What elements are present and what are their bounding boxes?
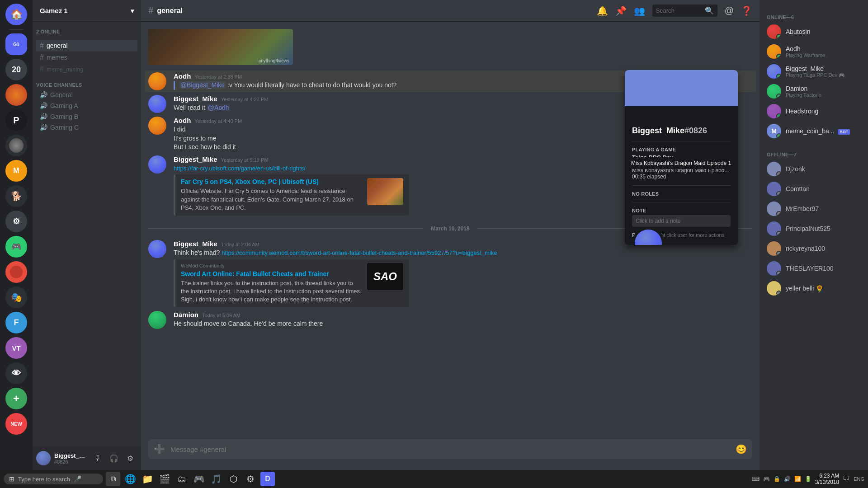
wemod-link[interactable]: https://community.wemod.com/t/sword-art-…: [222, 249, 497, 256]
member-item[interactable]: Headstrong: [763, 101, 864, 121]
tray-icon-1[interactable]: ⌨: [752, 476, 760, 482]
message-author[interactable]: Aodh: [174, 72, 191, 80]
message-content: Biggest_Mike Today at 2:04 AM Think he's…: [174, 240, 752, 307]
message-author[interactable]: Biggest_Mike: [174, 95, 217, 103]
search-input[interactable]: [656, 7, 701, 14]
channel-sidebar: Gamez 1 ▾ 2 ONLINE # general 👤+ # memes …: [33, 0, 141, 470]
member-info: Damion Playing Factorio: [786, 85, 821, 98]
member-item[interactable]: PrincipalNut525: [763, 219, 864, 239]
server-icon-7[interactable]: 🐕: [5, 185, 27, 207]
server-icon-9[interactable]: 🎮: [5, 236, 27, 258]
member-name: Aodh: [786, 45, 825, 52]
mention-biggest-mike[interactable]: @Biggest_Mike: [179, 81, 226, 89]
channel-name-meme-mining: meme_mining: [47, 66, 84, 73]
server-icon-10[interactable]: [5, 261, 27, 283]
pin-icon[interactable]: 📌: [615, 5, 627, 16]
volume-icon[interactable]: 🔊: [784, 476, 791, 482]
tray-icon-3[interactable]: 🔒: [774, 476, 780, 482]
member-item[interactable]: THESLAYER100: [763, 258, 864, 278]
server-icon-new[interactable]: NEW: [5, 413, 27, 435]
member-item[interactable]: Aodh Playing Warframe: [763, 42, 864, 61]
network-icon[interactable]: 📶: [794, 476, 801, 482]
member-item[interactable]: Abutosin: [763, 22, 864, 42]
notification-icon[interactable]: 🗨: [843, 475, 850, 483]
member-item[interactable]: Damion Playing Factorio: [763, 81, 864, 101]
hex-icon[interactable]: ⬡: [226, 472, 241, 486]
task-view-button[interactable]: ⧉: [106, 472, 120, 486]
member-item[interactable]: MrEmber97: [763, 199, 864, 219]
embed-title[interactable]: Far Cry 5 on PS4, Xbox One, PC | Ubisoft…: [181, 178, 362, 185]
message-author[interactable]: Aodh: [174, 117, 191, 124]
members-icon[interactable]: 👥: [634, 5, 645, 16]
message-author[interactable]: Biggest_Mike: [174, 240, 217, 248]
music-icon[interactable]: 🎵: [209, 472, 223, 486]
member-name: PrincipalNut525: [786, 225, 830, 232]
member-item[interactable]: M meme_coin_ba... BOT: [763, 121, 864, 141]
header-search[interactable]: 🔍: [652, 5, 717, 17]
server-icon-13[interactable]: VT: [5, 337, 27, 359]
server-icon-11[interactable]: 🎭: [5, 286, 27, 308]
settings-taskbar-icon[interactable]: ⚙: [243, 472, 258, 486]
server-icon-5[interactable]: [5, 135, 27, 156]
server-icon-8[interactable]: ⚙: [5, 211, 27, 232]
profile-note-input[interactable]: [632, 215, 731, 227]
help-icon[interactable]: ❓: [741, 5, 752, 16]
channel-item-voice-gaming-c[interactable]: 🔊 Gaming C: [36, 122, 137, 133]
avatar: [148, 72, 166, 90]
member-item[interactable]: rickyreyna100: [763, 239, 864, 258]
discord-taskbar-icon[interactable]: D: [260, 472, 275, 486]
files-icon[interactable]: 🗂: [175, 472, 189, 486]
profile-avatar[interactable]: [632, 227, 665, 245]
member-item[interactable]: Djzonk: [763, 159, 864, 179]
chrome-icon[interactable]: 🌐: [123, 472, 137, 486]
taskbar-left: ⊞ Type here to search 🎤 ⧉ 🌐 📁 🎬 🗂 🎮 🎵 ⬡ …: [4, 472, 275, 486]
channel-item-general[interactable]: # general 👤+: [36, 40, 137, 52]
vlc-icon[interactable]: 🎬: [157, 472, 172, 486]
battery-icon[interactable]: 🔋: [805, 476, 811, 482]
search-icon: 🔍: [705, 6, 714, 15]
server-icon-2[interactable]: 20: [5, 59, 27, 80]
deafen-button[interactable]: 🎧: [107, 451, 121, 465]
at-icon[interactable]: @: [725, 5, 734, 16]
embed-title[interactable]: Sword Art Online: Fatal Bullet Cheats an…: [181, 270, 362, 277]
channel-item-meme-mining[interactable]: # meme_mining: [36, 63, 137, 75]
taskbar-search-box[interactable]: ⊞ Type here to search 🎤: [4, 474, 103, 484]
server-icon-gamez1[interactable]: G1: [5, 33, 27, 55]
channel-item-voice-general[interactable]: 🔊 General: [36, 89, 137, 100]
embed-description: Official Website. Far Cry 5 comes to Ame…: [181, 187, 362, 212]
message-author[interactable]: Damion: [174, 311, 198, 319]
member-info: yeller belli 🌻: [786, 285, 823, 292]
member-status: Playing Taiga RPC Dev 🎮: [786, 72, 845, 78]
member-item[interactable]: yeller belli 🌻: [763, 278, 864, 298]
message-body: :v You would literally have to cheat to …: [227, 81, 396, 89]
server-header[interactable]: Gamez 1 ▾: [33, 0, 141, 22]
bell-icon[interactable]: 🔔: [597, 5, 608, 16]
server-icon-4[interactable]: P: [5, 109, 27, 131]
member-info: meme_coin_ba... BOT: [786, 127, 850, 135]
mention-aodh[interactable]: @Aodh: [207, 104, 230, 111]
add-attachment-button[interactable]: ➕: [154, 444, 165, 455]
channel-item-voice-gaming-b[interactable]: 🔊 Gaming B: [36, 111, 137, 122]
member-avatar: [767, 261, 781, 276]
server-icon-14[interactable]: 👁: [5, 362, 27, 384]
steam-icon[interactable]: 🎮: [192, 472, 206, 486]
tray-icon-2[interactable]: 🎮: [763, 476, 770, 482]
member-item[interactable]: Biggest_Mike Playing Taiga RPC Dev 🎮: [763, 61, 864, 81]
message-author[interactable]: Biggest_Mike: [174, 155, 217, 163]
explorer-icon[interactable]: 📁: [140, 472, 155, 486]
member-item[interactable]: Comttan: [763, 179, 864, 199]
channel-item-memes[interactable]: # memes: [36, 52, 137, 63]
farcry-link[interactable]: https://far-cry.ubisoft.com/game/en-us/b…: [174, 165, 306, 172]
server-icon-3[interactable]: [5, 84, 27, 106]
home-button[interactable]: 🏠: [5, 4, 27, 25]
server-icon-12[interactable]: F: [5, 312, 27, 333]
settings-button[interactable]: ⚙: [123, 451, 137, 465]
online-status-dot: [776, 133, 781, 138]
message-input[interactable]: [170, 441, 730, 458]
emoji-button[interactable]: 😊: [736, 444, 747, 455]
message-text: He should move to Canada. He'd be more c…: [174, 319, 752, 328]
channel-item-voice-gaming-a[interactable]: 🔊 Gaming A: [36, 100, 137, 111]
server-icon-6[interactable]: M: [5, 160, 27, 182]
mute-button[interactable]: 🎙: [90, 451, 105, 465]
server-icon-add[interactable]: +: [5, 388, 27, 409]
